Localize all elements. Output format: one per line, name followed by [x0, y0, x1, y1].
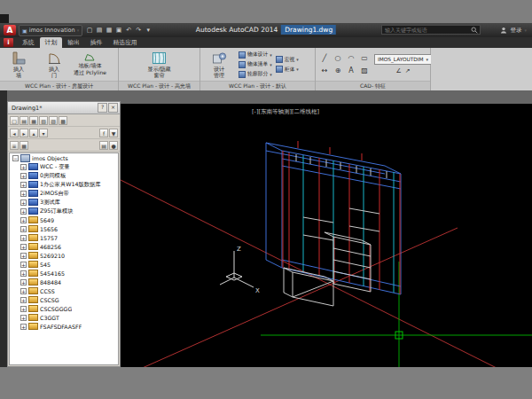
- tree-item[interactable]: +0房间模板: [10, 171, 118, 180]
- angular-dimension-icon[interactable]: ∠: [395, 67, 401, 74]
- tree-expander[interactable]: +: [20, 164, 27, 170]
- tree-expander[interactable]: +: [20, 306, 27, 312]
- app-menu-button[interactable]: A: [4, 25, 16, 35]
- paste-icon[interactable]: ▩: [59, 116, 67, 125]
- tree-expander[interactable]: +: [20, 235, 27, 241]
- signin-area[interactable]: 登录 ▾: [500, 23, 527, 37]
- tree-expander[interactable]: +: [20, 270, 27, 277]
- tree-expander[interactable]: +: [20, 262, 27, 268]
- floor-wall-by-polyline-button[interactable]: 地板/墙体 通过 Pclyline: [74, 53, 106, 75]
- tree-item[interactable]: +1办公家具W14版数据库: [10, 180, 118, 189]
- tree-item[interactable]: +CSCSG: [10, 295, 118, 304]
- menu-item-物体设计[interactable]: 物体设计▾: [239, 51, 272, 59]
- tree-item[interactable]: +3测试库: [10, 198, 118, 207]
- tree-item[interactable]: +15656: [10, 224, 118, 233]
- arc-icon[interactable]: ◠: [345, 52, 357, 64]
- forward-icon[interactable]: ▸: [20, 129, 28, 137]
- list-view-icon[interactable]: ≡: [10, 141, 19, 150]
- tree-expander[interactable]: +: [20, 324, 27, 330]
- refresh-icon[interactable]: ▾: [39, 129, 48, 137]
- menu-item-柜体[interactable]: 柜体▾: [276, 66, 299, 74]
- back-icon[interactable]: ◂: [10, 129, 19, 137]
- menu-item-物体清单[interactable]: 物体清单▾: [239, 60, 272, 68]
- tree-expander[interactable]: +: [20, 182, 27, 188]
- tree-expander[interactable]: +: [20, 191, 27, 197]
- leader-icon[interactable]: ↗: [405, 67, 411, 74]
- ribbon-tab-系统[interactable]: 系统: [17, 37, 40, 48]
- dimstyle-combo[interactable]: IMOS_LAYOUTDIM ▾: [374, 54, 432, 65]
- tree-item[interactable]: +C3GGT: [10, 313, 118, 322]
- tree-item[interactable]: +CCSS: [10, 286, 118, 295]
- catalog-icon[interactable]: ▤: [99, 141, 108, 150]
- open-icon[interactable]: ▤: [95, 26, 104, 35]
- search-input[interactable]: [382, 27, 471, 33]
- up-icon[interactable]: ▴: [29, 129, 38, 137]
- menu-item-宏视[interactable]: 宏视▾: [276, 56, 299, 64]
- save-icon[interactable]: ▦: [29, 116, 38, 125]
- copy-icon[interactable]: ▨: [49, 116, 58, 125]
- tree-item[interactable]: +545: [10, 260, 118, 269]
- tree-expander[interactable]: +: [20, 208, 27, 215]
- redo-icon[interactable]: ↷: [134, 26, 143, 35]
- tree-item[interactable]: +FSAFSDFAASFF: [10, 322, 118, 331]
- insert-wall-button[interactable]: 插入 墙: [3, 51, 35, 78]
- filter-icon[interactable]: ▼: [109, 129, 118, 137]
- workspace-switcher[interactable]: ▣ imos Innovation ▾: [19, 25, 82, 36]
- tree-item[interactable]: +2iMOS自带: [10, 189, 118, 198]
- undo-icon[interactable]: ↶: [124, 26, 133, 35]
- tree-expander[interactable]: +: [20, 288, 27, 294]
- linear-dimension-icon[interactable]: ↔: [318, 65, 331, 76]
- tree-expander[interactable]: +: [20, 217, 27, 223]
- hatch-icon[interactable]: ▨: [358, 65, 371, 76]
- circle-icon[interactable]: ○: [332, 52, 344, 64]
- tree-item[interactable]: +5454165: [10, 269, 118, 278]
- tree-expander[interactable]: +: [20, 279, 27, 286]
- ribbon-tab-插件[interactable]: 插件: [85, 37, 108, 48]
- ribbon-tab-输出[interactable]: 输出: [62, 37, 85, 48]
- search-icon[interactable]: [471, 27, 478, 34]
- tree-item[interactable]: +Z95订单模块: [10, 207, 118, 215]
- tree-item[interactable]: +CSCSGGGG: [10, 304, 118, 313]
- palette-close-button[interactable]: ×: [108, 103, 118, 113]
- imos-app-icon[interactable]: i: [4, 38, 13, 47]
- tree-expander[interactable]: +: [20, 173, 27, 179]
- tree-item[interactable]: +WCC - 变量: [10, 162, 118, 171]
- design-manager-button[interactable]: 设计 管理: [203, 51, 235, 78]
- rectangle-icon[interactable]: ▭: [358, 52, 371, 64]
- tree-item[interactable]: +468256: [10, 242, 118, 251]
- line-icon[interactable]: ╱: [318, 52, 331, 64]
- tree-item[interactable]: +848484: [10, 278, 118, 286]
- new-icon[interactable]: ▢: [10, 116, 19, 125]
- tree-expander[interactable]: +: [20, 226, 27, 232]
- tree-item[interactable]: +15757: [10, 233, 118, 242]
- menu-item-轮廓部分[interactable]: 轮廓部分▾: [239, 70, 272, 78]
- tree-root[interactable]: − imos Objects: [10, 153, 118, 162]
- plot-icon[interactable]: ▣: [114, 26, 123, 35]
- drawing-canvas[interactable]: [-][东南等轴测][二维线框]: [121, 104, 532, 367]
- ucs-icon[interactable]: Z X: [220, 246, 260, 294]
- function-icon[interactable]: f: [99, 129, 108, 137]
- tree-expander[interactable]: +: [20, 244, 27, 250]
- grid-view-icon[interactable]: ▦: [20, 141, 28, 150]
- qnew-icon[interactable]: ▢: [85, 26, 94, 35]
- palette-help-button[interactable]: ?: [98, 103, 107, 113]
- tree-expander[interactable]: +: [20, 253, 27, 259]
- text-icon[interactable]: A: [345, 65, 357, 76]
- tree-item[interactable]: +5269210: [10, 251, 118, 260]
- tree-item[interactable]: +5649: [10, 215, 118, 224]
- tree-expander[interactable]: +: [20, 315, 27, 321]
- search-icon[interactable]: ●: [109, 141, 118, 150]
- show-hide-curtain-button[interactable]: 显示/隐藏 窗帘: [139, 51, 180, 78]
- open-icon[interactable]: ▤: [20, 116, 28, 125]
- ribbon-tab-精选应用[interactable]: 精选应用: [107, 37, 142, 48]
- save-icon[interactable]: ▦: [105, 26, 113, 35]
- center-mark-icon[interactable]: ⊕: [332, 65, 344, 76]
- insert-door-button[interactable]: 插入 门: [38, 51, 70, 78]
- cut-icon[interactable]: ▧: [39, 116, 48, 125]
- tree-expander[interactable]: −: [12, 155, 19, 161]
- tree-expander[interactable]: +: [20, 200, 27, 206]
- ribbon-tab-计划[interactable]: 计划: [40, 37, 63, 48]
- palette-tab-drawing1[interactable]: Drawing1*: [8, 105, 45, 112]
- tree-expander[interactable]: +: [20, 297, 27, 303]
- qat-caret-icon[interactable]: ▾: [144, 26, 153, 35]
